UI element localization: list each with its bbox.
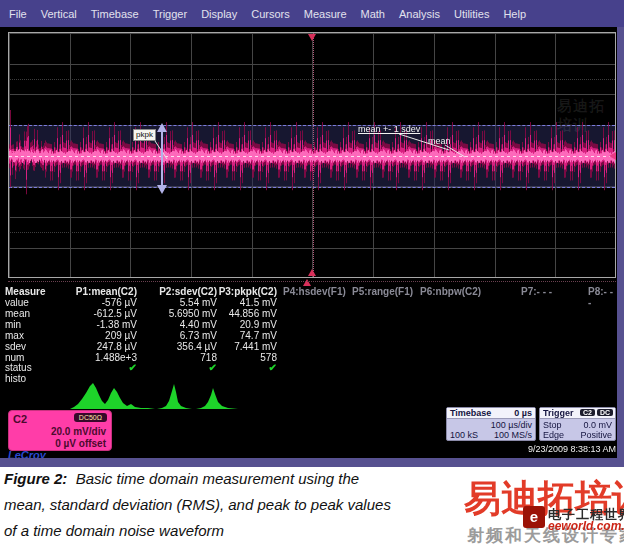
cell-p3-mean: 44.856 mV (212, 308, 277, 319)
param-header-p3[interactable]: P3:pkpk(C2) (212, 286, 277, 297)
cell-p3-value: 41.5 mV (212, 297, 277, 308)
eeworld-logo-icon: e (523, 506, 545, 528)
trigger-box[interactable]: Trigger C2 DC Stop 0.0 mV Edge Positive (539, 407, 616, 441)
menu-file[interactable]: File (9, 8, 27, 20)
row-label: min (5, 319, 21, 330)
mean-annotation: mean (428, 136, 451, 146)
pkpk-arrow (161, 131, 163, 185)
table-row-sdev: sdev 247.8 µV 356.4 µV 7.441 mV (0, 341, 616, 352)
measure-header-row: Measure P1:mean(C2) P2:sdev(C2) P3:pkpk(… (0, 286, 616, 297)
trigger-level-marker-icon (609, 152, 616, 160)
caption-line1: Basic time domain measurement using the (76, 470, 359, 487)
param-header-p5[interactable]: P5:range(F1) (352, 286, 413, 297)
trigger-position-bottom-icon (308, 269, 316, 276)
param-header-p2[interactable]: P2:sdev(C2) (152, 286, 217, 297)
status-check-p3-icon: ✔ (212, 362, 277, 373)
param-header-p1[interactable]: P1:mean(C2) (72, 286, 137, 297)
param-header-p7[interactable]: P7:- - - (521, 286, 552, 297)
timebase-position: 0 µs (514, 408, 532, 418)
cell-p2-mean: 5.6950 mV (152, 308, 217, 319)
timebase-box[interactable]: Timebase 0 µs 100 µs/div 100 kS 100 MS/s (446, 407, 536, 441)
param-header-p6[interactable]: P6:nbpw(C2) (420, 286, 481, 297)
menu-timebase[interactable]: Timebase (91, 8, 139, 20)
cell-p3-min: 20.9 mV (212, 319, 277, 330)
cell-p1-mean: -612.5 µV (72, 308, 137, 319)
table-row-max: max 209 µV 6.73 mV 74.7 mV (0, 330, 616, 341)
trigger-position-top-icon (308, 34, 316, 41)
datetime-display: 9/23/2009 8:38:13 AM (440, 444, 616, 454)
cell-p2-max: 6.73 mV (152, 330, 217, 341)
annotation-leader-lines (9, 33, 615, 277)
table-row-status: status ✔ ✔ ✔ (0, 362, 616, 373)
timebase-title: Timebase (450, 408, 491, 418)
row-label: max (5, 330, 24, 341)
channel-c2-descriptor[interactable]: C2 DC50Ω 20.0 mV/div 0 µV offset (8, 410, 112, 451)
timebase-rate: 100 MS/s (494, 430, 532, 440)
cell-p1-sdev: 247.8 µV (72, 341, 137, 352)
window-frame-bottom (0, 458, 624, 467)
cell-p1-min: -1.38 mV (72, 319, 137, 330)
caption-line3: of a time domain noise waveform (4, 522, 224, 539)
cell-p3-sdev: 7.441 mV (212, 341, 277, 352)
menu-vertical[interactable]: Vertical (41, 8, 77, 20)
arrow-down-icon (157, 185, 167, 194)
eeworld-logo-url: eeworld.com.cn (548, 519, 624, 533)
trigger-coupling-badge: DC (597, 409, 613, 416)
table-row-mean: mean -612.5 µV 5.6950 mV 44.856 mV (0, 308, 616, 319)
table-row-min: min -1.38 mV 4.40 mV 20.9 mV (0, 319, 616, 330)
histogram-thumbnails (0, 379, 616, 410)
waveform-grid: 易迪拓培训 pkpk mean +- 1 sdev mean C2 (8, 32, 616, 278)
cell-p2-min: 4.40 mV (152, 319, 217, 330)
menu-trigger[interactable]: Trigger (153, 8, 187, 20)
menu-analysis[interactable]: Analysis (399, 8, 440, 20)
cell-p1-max: 209 µV (72, 330, 137, 341)
trigger-slope: Positive (580, 430, 612, 440)
channel-offset: 0 µV offset (55, 438, 106, 449)
menu-display[interactable]: Display (201, 8, 237, 20)
row-label: sdev (5, 341, 26, 352)
menu-measure[interactable]: Measure (304, 8, 347, 20)
status-check-p2-icon: ✔ (152, 362, 217, 373)
caption-label: Figure 2: (4, 470, 67, 487)
arrow-up-icon (157, 123, 167, 132)
cell-p1-value: -576 µV (72, 297, 137, 308)
menu-help[interactable]: Help (503, 8, 526, 20)
scope-display: 易迪拓培训 pkpk mean +- 1 sdev mean C2 M (0, 27, 624, 467)
cell-p2-value: 5.54 mV (152, 297, 217, 308)
channel-scale: 20.0 mV/div (51, 426, 106, 437)
cell-p2-sdev: 356.4 µV (152, 341, 217, 352)
app-window: File Vertical Timebase Trigger Display C… (0, 0, 624, 547)
caption-line2: mean, standard deviation (RMS), and peak… (4, 496, 391, 513)
window-frame-right (617, 27, 624, 467)
grid-bottom-ticks (8, 281, 616, 282)
menu-math[interactable]: Math (361, 8, 385, 20)
row-label: mean (5, 308, 30, 319)
menu-cursors[interactable]: Cursors (251, 8, 290, 20)
trigger-type: Edge (543, 430, 564, 440)
row-label: value (5, 297, 29, 308)
channel-name: C2 (13, 413, 27, 425)
coupling-badge: DC50Ω (74, 413, 107, 422)
cell-p3-max: 74.7 mV (212, 330, 277, 341)
trigger-title: Trigger (543, 408, 574, 418)
measure-title: Measure (5, 286, 46, 297)
timebase-samples: 100 kS (450, 430, 478, 440)
trigger-source-badge: C2 (580, 409, 595, 416)
menu-bar: File Vertical Timebase Trigger Display C… (0, 0, 624, 27)
pkpk-annotation: pkpk (133, 129, 156, 141)
table-row-value: value -576 µV 5.54 mV 41.5 mV (0, 297, 616, 308)
mean-sdev-annotation: mean +- 1 sdev (358, 124, 420, 134)
menu-utilities[interactable]: Utilities (454, 8, 489, 20)
channel-edge-label: C2 (10, 149, 20, 158)
row-label: status (5, 362, 32, 373)
status-check-p1-icon: ✔ (72, 362, 137, 373)
param-header-p4[interactable]: P4:hsdev(F1) (283, 286, 346, 297)
